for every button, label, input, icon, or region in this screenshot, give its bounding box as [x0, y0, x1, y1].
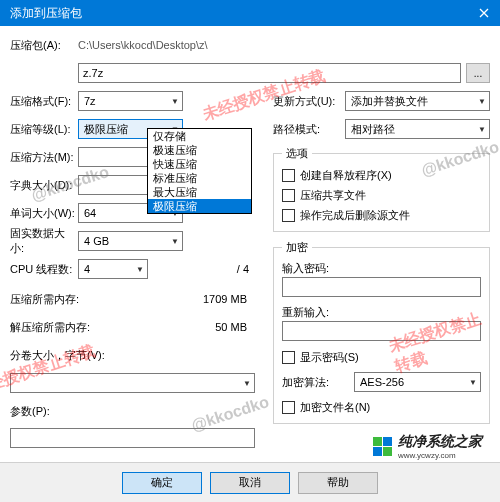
- pathmode-select[interactable]: 相对路径▼: [345, 119, 490, 139]
- chevron-down-icon: ▼: [478, 125, 486, 134]
- share-label: 压缩共享文件: [300, 188, 366, 203]
- level-option[interactable]: 极速压缩: [148, 143, 251, 157]
- browse-button[interactable]: ...: [466, 63, 490, 83]
- show-password-label: 显示密码(S): [300, 350, 359, 365]
- params-label: 参数(P):: [10, 404, 78, 419]
- encrypt-names-label: 加密文件名(N): [300, 400, 370, 415]
- level-dropdown[interactable]: 仅存储 极速压缩 快速压缩 标准压缩 最大压缩 极限压缩: [147, 128, 252, 214]
- chevron-down-icon: ▼: [171, 237, 179, 246]
- password-input[interactable]: [282, 277, 481, 297]
- split-select[interactable]: ▼: [10, 373, 255, 393]
- level-option[interactable]: 标准压缩: [148, 171, 251, 185]
- format-label: 压缩格式(F):: [10, 94, 78, 109]
- sfx-checkbox[interactable]: [282, 169, 295, 182]
- chevron-down-icon: ▼: [469, 378, 477, 387]
- options-group: 选项 创建自释放程序(X) 压缩共享文件 操作完成后删除源文件: [273, 146, 490, 232]
- options-legend: 选项: [282, 146, 312, 161]
- sfx-label: 创建自释放程序(X): [300, 168, 392, 183]
- mem-compress-value: 1709 MB: [120, 293, 255, 305]
- delete-label: 操作完成后删除源文件: [300, 208, 410, 223]
- archive-path-prefix: C:\Users\kkocd\Desktop\z\: [78, 39, 208, 51]
- level-label: 压缩等级(L):: [10, 122, 78, 137]
- help-button[interactable]: 帮助: [298, 472, 378, 494]
- mem-compress-label: 压缩所需内存:: [10, 292, 120, 307]
- show-password-checkbox[interactable]: [282, 351, 295, 364]
- archive-label: 压缩包(A):: [10, 38, 78, 53]
- level-option[interactable]: 最大压缩: [148, 185, 251, 199]
- cpu-label: CPU 线程数:: [10, 262, 78, 277]
- solid-select[interactable]: 4 GB▼: [78, 231, 183, 251]
- archive-name-input[interactable]: [78, 63, 461, 83]
- password-label: 输入密码:: [282, 261, 481, 277]
- enc-alg-select[interactable]: AES-256▼: [354, 372, 481, 392]
- level-option[interactable]: 快速压缩: [148, 157, 251, 171]
- level-option[interactable]: 仅存储: [148, 129, 251, 143]
- mem-decompress-value: 50 MB: [120, 321, 255, 333]
- window-title: 添加到压缩包: [10, 5, 82, 22]
- window-titlebar: 添加到压缩包: [0, 0, 500, 26]
- brand-name: 纯净系统之家: [398, 433, 482, 451]
- params-input[interactable]: [10, 428, 255, 448]
- cancel-button[interactable]: 取消: [210, 472, 290, 494]
- split-label: 分卷大小，字节(V):: [10, 348, 130, 363]
- share-checkbox[interactable]: [282, 189, 295, 202]
- cpu-select[interactable]: 4▼: [78, 259, 148, 279]
- delete-checkbox[interactable]: [282, 209, 295, 222]
- chevron-down-icon: ▼: [243, 379, 251, 388]
- brand-url: www.ycwzy.com: [398, 451, 482, 460]
- enc-alg-label: 加密算法:: [282, 375, 354, 390]
- dict-label: 字典大小(D):: [10, 178, 78, 193]
- password2-label: 重新输入:: [282, 305, 481, 321]
- chevron-down-icon: ▼: [171, 97, 179, 106]
- mem-decompress-label: 解压缩所需内存:: [10, 320, 120, 335]
- ok-button[interactable]: 确定: [122, 472, 202, 494]
- format-select[interactable]: 7z▼: [78, 91, 183, 111]
- branding: 纯净系统之家 www.ycwzy.com: [373, 433, 482, 460]
- password2-input[interactable]: [282, 321, 481, 341]
- chevron-down-icon: ▼: [136, 265, 144, 274]
- level-option[interactable]: 极限压缩: [148, 199, 251, 213]
- encryption-legend: 加密: [282, 240, 312, 255]
- pathmode-label: 路径模式:: [273, 122, 345, 137]
- update-label: 更新方式(U):: [273, 94, 345, 109]
- button-bar: 确定 取消 帮助: [0, 462, 500, 502]
- chevron-down-icon: ▼: [478, 97, 486, 106]
- encryption-group: 加密 输入密码: 重新输入: 显示密码(S) 加密算法: AES-256▼ 加密…: [273, 240, 490, 424]
- encrypt-names-checkbox[interactable]: [282, 401, 295, 414]
- cpu-suffix: / 4: [237, 263, 255, 275]
- update-select[interactable]: 添加并替换文件▼: [345, 91, 490, 111]
- method-label: 压缩方法(M):: [10, 150, 78, 165]
- logo-icon: [373, 437, 392, 456]
- solid-label: 固实数据大小:: [10, 226, 78, 256]
- close-icon[interactable]: [476, 5, 492, 21]
- word-label: 单词大小(W):: [10, 206, 78, 221]
